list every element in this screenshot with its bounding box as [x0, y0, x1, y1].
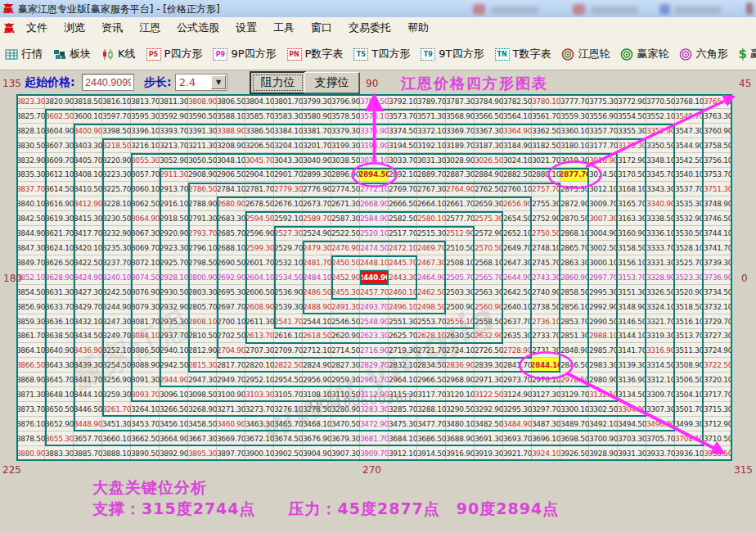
grid-cell: 3288.10 — [417, 402, 446, 417]
grid-cell: 2544.10 — [303, 314, 331, 329]
toolbar-button-P四方形[interactable]: PSP四方形 — [146, 47, 203, 61]
grid-cell: 3076.90 — [131, 285, 160, 300]
menu-item[interactable]: 文件 — [18, 17, 56, 38]
menu-item[interactable]: 设置 — [227, 17, 265, 38]
grid-cell: 3748.90 — [704, 196, 732, 211]
grid-cell: 2640.10 — [503, 300, 532, 314]
menu-item[interactable]: 江恩 — [131, 17, 169, 38]
start-price-input[interactable] — [82, 74, 134, 91]
grid-cell: 2788.90 — [188, 196, 217, 211]
badge-icon: TS — [353, 48, 368, 61]
grid-cell: 3122.50 — [475, 387, 503, 402]
grid-cell: 2469.70 — [417, 241, 446, 255]
grid-cell: 3501.70 — [675, 402, 704, 417]
grid-cell: 2971.30 — [475, 373, 503, 387]
grid-cell: 3208.90 — [217, 138, 245, 153]
grid-cell: 2608.90 — [245, 300, 274, 314]
grid-cell: 3268.90 — [188, 402, 217, 417]
app-window: 赢 赢家江恩专业版[赢家服务平台] - [价格正方形] 赢 文件浏览资讯江恩公式… — [0, 0, 756, 533]
grid-cell: 3304.90 — [618, 402, 646, 417]
grid-cell: 3844.90 — [16, 226, 45, 241]
combo-dropdown-icon[interactable]: ▼ — [211, 75, 226, 89]
grid-cell: 2553.70 — [417, 314, 446, 329]
grid-cell: 3031.30 — [417, 153, 446, 168]
titlebar-blur-blob — [659, 4, 670, 15]
grid-cell: 3235.30 — [102, 241, 131, 255]
toolbar-button-行情[interactable]: 行情 — [5, 47, 43, 61]
grid-cell: 2580.10 — [417, 211, 446, 226]
grid-cell: 3576.10 — [360, 109, 389, 124]
grid-cell: 3828.10 — [16, 124, 45, 138]
grid-cell: 3938.50 — [704, 446, 732, 461]
grid-cell: 2479.30 — [303, 241, 331, 255]
toolbar-button-K线[interactable]: K线 — [101, 47, 136, 61]
grid-cell: 3520.90 — [675, 285, 704, 300]
grid-cell: 3782.50 — [503, 94, 532, 109]
toolbar-button-赢家服务[interactable]: $赢家服务 — [738, 47, 756, 61]
grid-cell: 3108.10 — [303, 387, 331, 402]
grid-cell: 3907.30 — [331, 446, 360, 461]
grid-cell: 2731.30 — [532, 343, 560, 358]
menu-item[interactable]: 帮助 — [399, 17, 437, 38]
grid-cell: 3590.50 — [188, 109, 217, 124]
grid-cell: 2860.90 — [560, 270, 589, 285]
grid-cell: 3703.30 — [618, 431, 646, 446]
blocks-icon — [53, 48, 66, 61]
grid-cell: 2534.50 — [274, 270, 303, 285]
grid-cell: 2968.90 — [446, 373, 475, 387]
support-button[interactable]: 支撑位 — [304, 72, 359, 93]
toolbar-button-T四方形[interactable]: TST四方形 — [353, 47, 410, 61]
grid-cell: 3691.30 — [475, 431, 503, 446]
step-combobox[interactable]: 2.4 ▼ — [175, 74, 227, 91]
grid-cell: 3931.30 — [618, 446, 646, 461]
grid-cell: 3050.50 — [188, 153, 217, 168]
menu-item[interactable]: 交易委托 — [340, 17, 399, 38]
menu-item[interactable]: 资讯 — [93, 17, 131, 38]
grid-cell: 2596.90 — [245, 226, 274, 241]
grid-cell: 3729.70 — [704, 314, 732, 329]
grid-cell: 3547.30 — [675, 124, 704, 138]
toolbar-button-9P四方形[interactable]: P99P四方形 — [213, 47, 276, 61]
menu-item[interactable]: 浏览 — [56, 17, 93, 38]
grid-cell: 2865.70 — [560, 241, 589, 255]
grid-cell: 3919.30 — [475, 446, 503, 461]
grid-cell: 3067.30 — [131, 226, 160, 241]
grid-cell: 3338.50 — [646, 211, 675, 226]
menu-item[interactable]: 窗口 — [303, 17, 340, 38]
grid-cell: 3158.50 — [618, 241, 646, 255]
menu-item[interactable]: 公式选股 — [169, 17, 227, 38]
toolbar-button-P数字表[interactable]: PNP数字表 — [287, 47, 344, 61]
grid-cell: 3432.10 — [74, 314, 102, 329]
toolbar-button-9T四方形[interactable]: T99T四方形 — [421, 47, 484, 61]
toolbar-button-T数字表[interactable]: TNT数字表 — [495, 47, 551, 61]
grid-cell: 2870.50 — [560, 211, 589, 226]
grid-cell: 3312.10 — [646, 373, 675, 387]
toolbar-button-江恩轮[interactable]: 江恩轮 — [561, 47, 610, 61]
grid-cell: 2678.50 — [245, 196, 274, 211]
grid-cell: 2829.70 — [360, 358, 389, 373]
grid-cell: 3614.50 — [45, 182, 74, 196]
grid-cell: 2570.50 — [475, 241, 503, 255]
wheel-icon — [561, 48, 574, 61]
grid-cell: 2445.70 — [389, 255, 417, 270]
toolbar-button-赢家轮[interactable]: 赢家轮 — [620, 47, 668, 61]
grid-cell: 2503.30 — [446, 285, 475, 300]
toolbar-button-六角形[interactable]: 六角形 — [679, 47, 727, 61]
grid-cell: 3866.50 — [16, 358, 45, 373]
resistance-button[interactable]: 阻力位 — [250, 72, 305, 93]
grid-cell: 2740.90 — [532, 285, 560, 300]
grid-cell: 3446.50 — [74, 402, 102, 417]
grid-cell: 3396.10 — [131, 124, 160, 138]
grid-cell: 2568.10 — [475, 255, 503, 270]
toolbar-button-板块[interactable]: 板块 — [53, 47, 91, 61]
grid-cell: 2887.30 — [446, 168, 475, 183]
grid-cell: 3079.30 — [131, 300, 160, 314]
grid-cell: 3460.90 — [217, 417, 245, 431]
grid-cell: 2690.50 — [217, 255, 245, 270]
menu-item[interactable]: 工具 — [265, 17, 303, 38]
grid-cell: 2572.90 — [475, 226, 503, 241]
grid-cell: 2692.90 — [217, 270, 245, 285]
grid-cell: 3564.10 — [503, 109, 532, 124]
grid-cell: 2548.90 — [360, 314, 389, 329]
grid-cell: 2642.50 — [503, 285, 532, 300]
